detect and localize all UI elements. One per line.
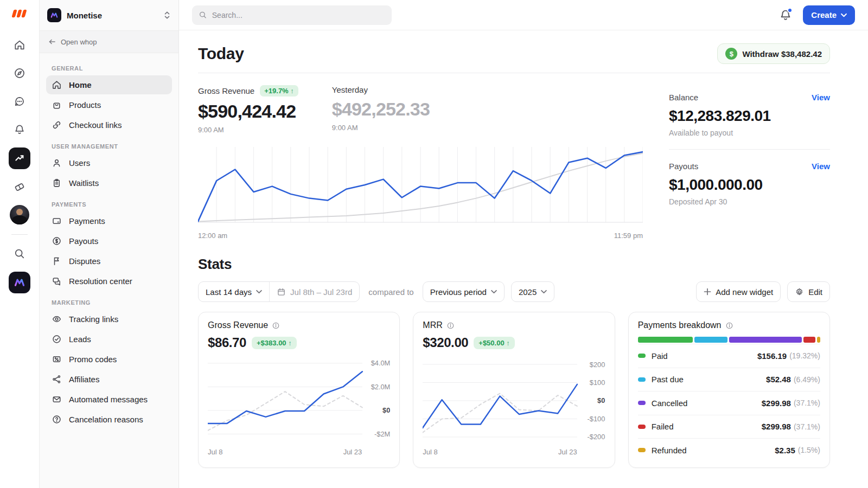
sidebar-item-waitlists[interactable]: Waitlists	[46, 174, 172, 192]
date-range-picker[interactable]: Jul 8th – Jul 23rd	[269, 282, 359, 301]
balance-view-link[interactable]: View	[812, 93, 830, 102]
widget-title: Gross Revenue	[208, 320, 268, 330]
section-label-general: GENERAL	[52, 65, 167, 72]
edit-widgets-button[interactable]: Edit	[787, 281, 830, 302]
whop-logo[interactable]	[10, 8, 29, 22]
sidebar-item-cancelation-reasons[interactable]: Cancelation reasons	[46, 410, 172, 429]
bar-segment-past-due	[694, 337, 728, 343]
info-icon[interactable]	[272, 322, 280, 330]
topbar: Create	[179, 0, 868, 30]
home-icon	[52, 80, 62, 90]
sidebar-item-affiliates[interactable]: Affiliates	[46, 370, 172, 389]
clipboard-icon	[52, 178, 62, 188]
sidebar-item-resolution-center[interactable]: Resolution center	[46, 272, 172, 291]
info-icon[interactable]	[725, 322, 733, 330]
breakdown-row-failed: Failed $299.98 (37.1%)	[638, 415, 820, 439]
rail-messages-icon[interactable]	[9, 91, 30, 112]
bar-segment-failed	[803, 337, 815, 343]
sidebar-item-products[interactable]: Products	[46, 95, 172, 114]
rail-notifications-icon[interactable]	[9, 119, 30, 140]
date-range-control: Last 14 days Jul 8th – Jul 23rd	[198, 281, 360, 302]
compare-period-dropdown[interactable]: Previous period	[423, 281, 505, 302]
gross-revenue-label: Gross Revenue	[198, 86, 254, 95]
svg-text:-$100: -$100	[588, 415, 605, 423]
mrr-widget: MRR $320.00 +$50.00 ↑ $200$100$0-$100-$2…	[413, 312, 615, 468]
rail-discover-icon[interactable]	[9, 63, 30, 84]
main-area: Create Today $ Withdraw $38,482.42	[179, 0, 868, 488]
sidebar-item-automated-messages[interactable]: Automated messages	[46, 390, 172, 409]
breakdown-row-refunded: Refunded $2.35 (1.5%)	[638, 438, 820, 462]
rail-monetise-active-icon[interactable]	[9, 147, 30, 169]
gross-revenue-metric: Gross Revenue +19.7% ↑ $590,424.42 9:00 …	[198, 85, 298, 134]
workspace-switcher[interactable]: Monetise	[40, 0, 178, 30]
gross-revenue-widget-chart: $4.0M$2.0M$0-$2M	[208, 357, 390, 445]
chart-end-label: 11:59 pm	[614, 232, 643, 240]
gross-revenue-change-badge: +19.7% ↑	[260, 85, 298, 97]
payouts-view-link[interactable]: View	[812, 162, 830, 171]
section-label-payments: PAYMENTS	[52, 201, 167, 208]
svg-text:$100: $100	[590, 378, 605, 387]
svg-text:$2.0M: $2.0M	[371, 383, 391, 391]
mrr-widget-chart: $200$100$0-$100-$200	[423, 357, 605, 445]
widget-value: $86.70	[208, 335, 246, 350]
rail-tickets-icon[interactable]	[9, 177, 30, 197]
sidebar-item-payments[interactable]: Payments	[46, 211, 172, 230]
year-dropdown[interactable]: 2025	[511, 281, 554, 302]
svg-text:-$200: -$200	[588, 433, 605, 441]
withdraw-button[interactable]: $ Withdraw $38,482.42	[717, 43, 830, 64]
create-button[interactable]: Create	[803, 5, 855, 25]
open-whop-link[interactable]: Open whop	[40, 30, 178, 53]
search-input[interactable]	[212, 11, 385, 20]
date-range-value: Jul 8th – Jul 23rd	[290, 287, 352, 297]
payouts-value: $1,000.000.00	[669, 176, 830, 194]
paid-dot	[638, 354, 646, 358]
eye-icon	[52, 314, 62, 324]
today-title: Today	[198, 44, 244, 63]
sidebar-item-leads[interactable]: Leads	[46, 330, 172, 349]
user-avatar[interactable]	[10, 205, 29, 224]
notifications-button[interactable]	[779, 9, 792, 22]
workspace-name: Monetise	[67, 11, 163, 20]
widget-title: Payments breakdown	[638, 320, 722, 330]
sidebar-item-checkout-links[interactable]: Checkout links	[46, 115, 172, 134]
chevron-updown-icon	[163, 11, 171, 20]
breakdown-row-cancelled: Cancelled $299.98 (37.1%)	[638, 391, 820, 415]
info-icon[interactable]	[446, 322, 455, 330]
series-current_period	[423, 384, 577, 428]
add-widget-button[interactable]: Add new widget	[696, 281, 781, 302]
payments-breakdown-widget: Payments breakdown Paid $156.19 (19.32%)…	[628, 312, 830, 468]
yesterday-metric: Yesterday $492,252.33 9:00 AM	[332, 85, 430, 134]
sidebar-item-disputes[interactable]: Disputes	[46, 252, 172, 271]
balance-panel: Balance View $12,283.829.01 Available to…	[643, 73, 830, 240]
rail-search-icon[interactable]	[9, 243, 30, 264]
svg-text:-$2M: -$2M	[374, 430, 390, 438]
compared-to-label: compared to	[368, 287, 413, 297]
rail-divider	[11, 234, 28, 235]
check-circle-icon	[52, 334, 62, 344]
stats-filters: Last 14 days Jul 8th – Jul 23rd compared…	[198, 281, 830, 302]
stats-title: Stats	[198, 256, 830, 273]
range-preset-dropdown[interactable]: Last 14 days	[199, 282, 269, 301]
search-box[interactable]	[192, 5, 392, 25]
sidebar-item-home[interactable]: Home	[46, 75, 172, 94]
flag-icon	[52, 256, 62, 266]
past-due-dot	[638, 377, 646, 382]
failed-dot	[638, 425, 646, 429]
yesterday-label: Yesterday	[332, 85, 368, 94]
sidebar-item-payouts[interactable]: Payouts	[46, 232, 172, 251]
arrow-left-icon	[48, 38, 56, 46]
gross-revenue-time: 9:00 AM	[198, 126, 298, 134]
chevron-down-icon	[491, 290, 497, 294]
rail-home-icon[interactable]	[9, 35, 30, 55]
today-revenue-chart	[198, 147, 643, 223]
payouts-sub: Deposited Apr 30	[669, 197, 830, 206]
dollar-icon: $	[725, 48, 737, 60]
payouts-label: Payouts	[669, 162, 698, 171]
chart-start-label: 12:00 am	[198, 232, 227, 240]
sidebar-item-users[interactable]: Users	[46, 153, 172, 172]
credit-card-icon	[52, 216, 62, 226]
gross-revenue-value: $590,424.42	[198, 101, 298, 122]
sidebar-item-tracking-links[interactable]: Tracking links	[46, 310, 172, 329]
rail-monetise-app-icon[interactable]	[9, 272, 30, 293]
sidebar-item-promo-codes[interactable]: Promo codes	[46, 350, 172, 369]
